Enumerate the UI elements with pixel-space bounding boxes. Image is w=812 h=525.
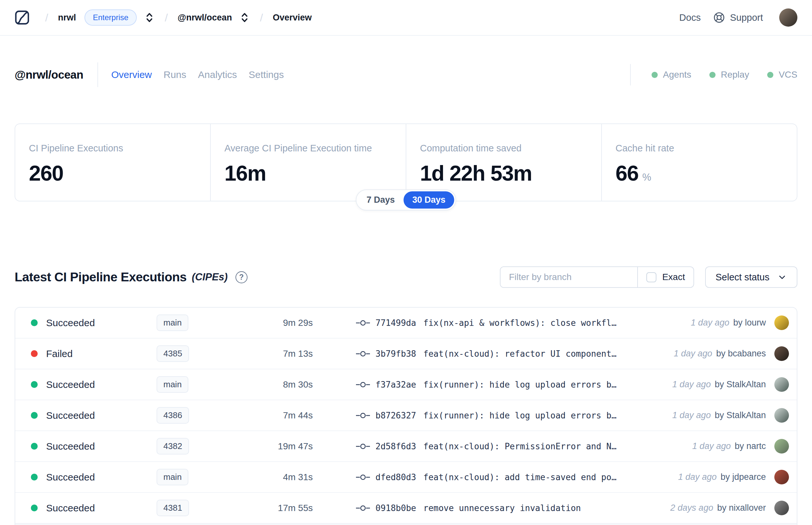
breadcrumb-page[interactable]: Overview <box>273 13 312 23</box>
commit-cell: f37a32aefix(runner): hide log upload err… <box>313 380 672 390</box>
stat-cache-hit-rate: Cache hit rate 66 % <box>601 124 797 201</box>
git-commit-icon <box>356 504 370 513</box>
meta-cell: 1 day ago by jdpearce <box>678 470 789 484</box>
status-dot-icon <box>31 381 38 388</box>
stat-label: Average CI Pipeline Execution time <box>225 143 393 154</box>
commit-hash[interactable]: 771499da <box>376 318 416 328</box>
status-select-dropdown[interactable]: Select status <box>705 266 797 288</box>
commit-hash[interactable]: 0918b0be <box>376 503 416 513</box>
commit-cell: 2d58f6d3feat(nx-cloud): PermissionError … <box>313 441 692 451</box>
workspace-switcher-icon[interactable] <box>239 11 250 24</box>
cipe-table: Succeeded main 9m 29s 771499dafix(nx-api… <box>15 307 797 525</box>
section-title-suffix: (CIPEs) <box>191 271 227 283</box>
stat-value: 1d 22h 53m <box>420 161 532 185</box>
commit-text: f37a32aefix(runner): hide log upload err… <box>376 380 616 390</box>
status-dot-icon <box>709 72 716 78</box>
commit-hash[interactable]: b8726327 <box>376 411 416 420</box>
breadcrumb-org[interactable]: nrwl <box>58 13 76 23</box>
range-option-7-days[interactable]: 7 Days <box>357 191 403 209</box>
branch-badge[interactable]: 4385 <box>156 345 189 362</box>
table-row[interactable]: Succeeded main 4m 31s dfed80d3feat(nx-cl… <box>15 462 797 493</box>
chevron-down-icon <box>777 272 787 282</box>
status-cell: Succeeded <box>31 472 156 483</box>
meta-cell: 1 day ago by StalkAltan <box>672 408 789 423</box>
author-avatar[interactable] <box>774 408 789 423</box>
org-switcher-icon[interactable] <box>144 11 155 24</box>
meta-cell: 2 days ago by nixallover <box>670 501 789 515</box>
branch-badge[interactable]: main <box>156 314 188 331</box>
status-cell: Succeeded <box>31 502 156 514</box>
stat-label: Cache hit rate <box>615 143 784 154</box>
status-label: Succeeded <box>46 472 95 483</box>
commit-message: remove unnecessary invalidation <box>423 503 581 513</box>
commit-message: feat(nx-cloud): PermissionError and N… <box>423 441 616 451</box>
stat-label: Computation time saved <box>420 143 588 154</box>
author-avatar[interactable] <box>774 501 789 515</box>
support-link[interactable]: Support <box>713 11 763 24</box>
stat-value-suffix: % <box>642 171 651 183</box>
branch-badge[interactable]: main <box>156 376 188 393</box>
author-avatar[interactable] <box>774 470 789 484</box>
author: by nixallover <box>717 503 766 513</box>
branch-badge[interactable]: 4386 <box>156 407 189 424</box>
author-avatar[interactable] <box>774 439 789 453</box>
range-option-30-days[interactable]: 30 Days <box>403 191 454 209</box>
life-buoy-icon <box>713 11 725 24</box>
branch-cell: 4386 <box>156 407 228 424</box>
tab-overview[interactable]: Overview <box>111 69 152 80</box>
branch-badge[interactable]: main <box>156 469 188 485</box>
author-avatar[interactable] <box>774 315 789 330</box>
help-icon[interactable]: ? <box>235 271 247 283</box>
branch-badge[interactable]: 4382 <box>156 438 189 454</box>
table-row[interactable]: Succeeded main 8m 30s f37a32aefix(runner… <box>15 370 797 400</box>
branch-badge[interactable]: 4381 <box>156 500 189 516</box>
time-ago: 1 day ago <box>678 472 717 482</box>
divider <box>97 62 98 87</box>
table-row[interactable]: Succeeded 4381 17m 55s 0918b0beremove un… <box>15 493 797 524</box>
time-ago: 2 days ago <box>670 503 713 513</box>
status-cell: Failed <box>31 348 156 359</box>
status-dot-icon <box>31 505 38 511</box>
commit-hash[interactable]: dfed80d3 <box>376 472 416 482</box>
tab-settings[interactable]: Settings <box>249 69 284 80</box>
status-cell: Succeeded <box>31 441 156 452</box>
tab-runs[interactable]: Runs <box>164 69 186 80</box>
table-row[interactable]: Succeeded main 9m 29s 771499dafix(nx-api… <box>15 308 797 339</box>
commit-message: feat(nx-cloud): add time-saved end po… <box>423 472 616 482</box>
author-avatar[interactable] <box>774 346 789 361</box>
git-commit-icon <box>356 380 370 389</box>
meta-cell: 1 day ago by nartc <box>692 439 789 453</box>
commit-hash[interactable]: f37a32ae <box>376 380 416 390</box>
docs-link[interactable]: Docs <box>679 12 701 23</box>
branch-cell: 4385 <box>156 345 228 362</box>
status-dot-icon <box>31 412 38 419</box>
commit-hash[interactable]: 3b79fb38 <box>376 349 416 359</box>
nx-cloud-logo-icon[interactable] <box>15 10 30 25</box>
status-cell: Succeeded <box>31 379 156 390</box>
enterprise-badge: Enterprise <box>85 10 137 26</box>
commit-hash[interactable]: 2d58f6d3 <box>376 441 416 451</box>
section-title: Latest CI Pipeline Executions <box>15 270 186 284</box>
git-commit-icon <box>356 411 370 420</box>
git-commit-icon <box>356 349 370 358</box>
table-row[interactable]: Failed 4385 7m 13s 3b79fb38feat(nx-cloud… <box>15 339 797 370</box>
table-row[interactable]: Succeeded 4382 19m 47s 2d58f6d3feat(nx-c… <box>15 431 797 462</box>
tab-analytics[interactable]: Analytics <box>198 69 237 80</box>
breadcrumb: / nrwl Enterprise / @nrwl/ocean / Overvi… <box>15 10 312 26</box>
breadcrumb-workspace[interactable]: @nrwl/ocean <box>178 13 232 23</box>
commit-cell: 3b79fb38feat(nx-cloud): refactor UI comp… <box>313 349 674 359</box>
status-label: Succeeded <box>46 410 95 421</box>
exact-checkbox[interactable] <box>646 272 656 282</box>
commit-message: feat(nx-cloud): refactor UI component… <box>423 349 616 359</box>
user-avatar[interactable] <box>779 9 797 27</box>
commit-text: 2d58f6d3feat(nx-cloud): PermissionError … <box>376 441 616 451</box>
time-ago: 1 day ago <box>691 318 730 328</box>
cipe-filters: Exact Select status <box>500 266 797 288</box>
branch-filter-input[interactable] <box>501 267 637 287</box>
author-avatar[interactable] <box>774 377 789 392</box>
date-range-toggle: 7 Days 30 Days <box>356 190 456 211</box>
status-cell: Succeeded <box>31 317 156 328</box>
table-row[interactable]: Succeeded 4386 7m 44s b8726327fix(runner… <box>15 400 797 431</box>
indicator-vcs: VCS <box>767 70 797 80</box>
stat-value: 66 <box>615 161 638 185</box>
